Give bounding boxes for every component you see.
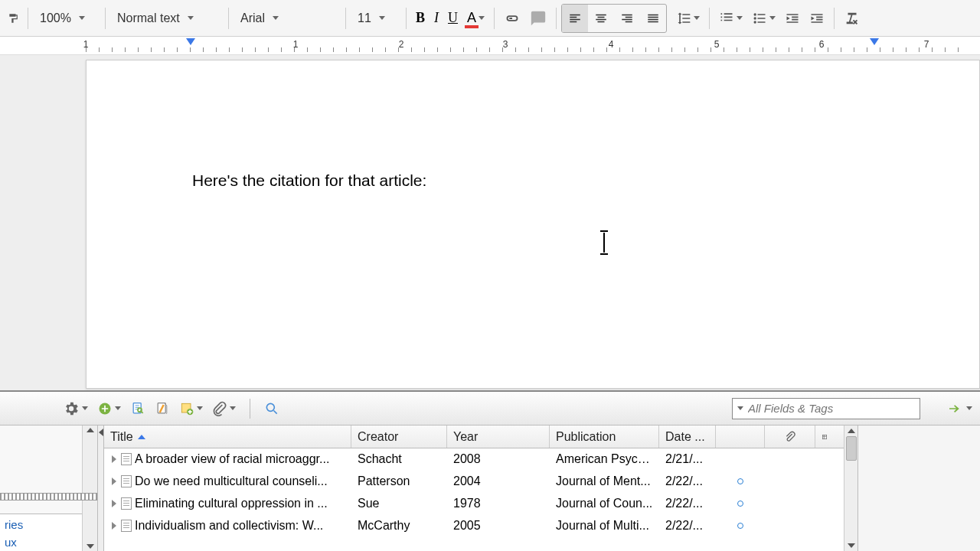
align-justify-button[interactable] — [640, 5, 666, 32]
column-picker-button[interactable] — [815, 425, 834, 448]
toolbar-separator — [406, 8, 407, 29]
bold-button[interactable]: B — [411, 5, 430, 32]
cell-creator: Sue — [351, 497, 447, 510]
locate-button[interactable] — [946, 402, 972, 416]
document-icon — [121, 475, 132, 487]
cell-creator: Patterson — [351, 474, 447, 488]
advanced-search-button[interactable] — [264, 401, 279, 416]
ruler-number: 2 — [399, 39, 404, 50]
zoom-dropdown[interactable]: 100% — [33, 6, 100, 31]
toolbar-separator — [556, 8, 557, 29]
item-details-pane[interactable] — [858, 425, 980, 551]
cell-date: 2/21/... — [659, 452, 716, 466]
paint-format-button[interactable] — [3, 8, 23, 28]
expand-twisty-icon[interactable] — [112, 478, 116, 485]
line-spacing-button[interactable] — [671, 5, 704, 32]
scrollbar[interactable] — [844, 425, 858, 551]
save-to-zotero-button[interactable] — [155, 400, 170, 417]
search-field[interactable] — [732, 398, 920, 419]
font-dropdown[interactable]: Arial — [234, 6, 341, 31]
insert-comment-button[interactable] — [525, 5, 551, 32]
add-attachment-button[interactable] — [212, 401, 236, 416]
table-row[interactable]: Individualism and collectivism: W...McCa… — [104, 515, 844, 537]
column-header-attachment[interactable] — [765, 425, 815, 448]
column-header-creator[interactable]: Creator — [351, 425, 447, 448]
scrollbar-thumb[interactable] — [846, 436, 857, 461]
toolbar-separator — [494, 8, 495, 29]
ruler-number: 6 — [819, 39, 825, 50]
horizontal-ruler[interactable]: 11234567 — [0, 37, 980, 55]
toolbar-separator — [28, 8, 28, 29]
items-pane: Title Creator Year Publication Date ... … — [98, 425, 980, 551]
text-color-icon: A — [467, 10, 476, 26]
items-table: Title Creator Year Publication Date ... … — [104, 425, 844, 551]
collections-pane[interactable]: ries ux — [0, 425, 98, 551]
new-note-button[interactable] — [179, 401, 203, 416]
scroll-down-icon[interactable] — [848, 543, 855, 548]
table-row[interactable]: Do we need multicultural counseli...Patt… — [104, 471, 844, 493]
bulleted-list-button[interactable] — [747, 5, 780, 32]
svg-point-0 — [754, 13, 756, 15]
svg-rect-6 — [158, 403, 165, 412]
document-area[interactable]: Here's the citation for that article: — [0, 55, 980, 390]
insert-link-button[interactable] — [499, 5, 525, 32]
actions-gear-button[interactable] — [63, 400, 88, 417]
new-item-button[interactable] — [97, 401, 121, 416]
document-page[interactable]: Here's the citation for that article: — [86, 60, 980, 389]
scroll-up-icon[interactable] — [848, 429, 855, 433]
indent-marker-left[interactable] — [186, 38, 195, 45]
column-header-date[interactable]: Date ... — [659, 425, 716, 448]
cell-title: Individualism and collectivism: W... — [104, 519, 351, 533]
align-center-button[interactable] — [588, 5, 614, 32]
svg-point-9 — [266, 403, 274, 411]
cell-publication: American Psych... — [550, 452, 659, 466]
cell-year: 2008 — [447, 452, 550, 466]
text-color-button[interactable]: A — [462, 5, 489, 32]
paragraph-style-value: Normal text — [117, 11, 180, 25]
cell-publication: Journal of Multi... — [550, 519, 659, 533]
chevron-down-icon — [82, 406, 88, 410]
search-input[interactable] — [748, 402, 915, 415]
table-row[interactable]: A broader view of racial microaggr...Sch… — [104, 448, 844, 471]
chevron-down-icon — [379, 16, 385, 20]
zoom-value: 100% — [40, 11, 71, 25]
vertical-splitter[interactable] — [98, 425, 104, 551]
document-text[interactable]: Here's the citation for that article: — [192, 171, 426, 190]
indent-marker-right[interactable] — [870, 38, 879, 45]
tag-item[interactable]: ries — [0, 516, 82, 533]
underline-button[interactable]: U — [443, 5, 462, 32]
chevron-down-icon[interactable] — [737, 406, 743, 410]
pane-splitter[interactable] — [0, 493, 97, 500]
expand-twisty-icon[interactable] — [112, 455, 116, 463]
italic-icon: I — [434, 10, 439, 26]
align-right-button[interactable] — [614, 5, 640, 32]
expand-twisty-icon[interactable] — [112, 500, 116, 507]
clear-formatting-button[interactable] — [839, 5, 865, 32]
tag-item[interactable]: ux — [0, 533, 82, 551]
increase-indent-button[interactable] — [805, 5, 829, 32]
column-header-blank[interactable] — [716, 425, 765, 448]
chevron-down-icon — [737, 16, 743, 20]
expand-twisty-icon[interactable] — [112, 522, 116, 530]
numbered-list-button[interactable] — [714, 5, 747, 32]
italic-button[interactable]: I — [430, 5, 443, 32]
font-size-dropdown[interactable]: 11 — [351, 6, 401, 31]
paragraph-style-dropdown[interactable]: Normal text — [110, 6, 224, 31]
tag-selector[interactable]: ries ux — [0, 514, 82, 551]
column-header-title[interactable]: Title — [104, 425, 351, 448]
scroll-up-icon[interactable] — [87, 428, 94, 432]
column-header-publication[interactable]: Publication — [550, 425, 659, 448]
chevron-down-icon — [79, 16, 85, 20]
add-by-identifier-button[interactable] — [130, 400, 145, 417]
svg-rect-10 — [822, 435, 826, 439]
align-left-button[interactable] — [562, 5, 588, 32]
decrease-indent-button[interactable] — [780, 5, 805, 32]
table-row[interactable]: Eliminating cultural oppression in ...Su… — [104, 493, 844, 515]
svg-rect-7 — [181, 403, 191, 412]
column-header-year[interactable]: Year — [447, 425, 550, 448]
scroll-down-icon[interactable] — [87, 544, 94, 549]
scrollbar[interactable] — [82, 425, 97, 551]
ruler-number: 5 — [714, 39, 720, 50]
status-dot-icon — [737, 523, 743, 529]
cell-status — [716, 478, 765, 484]
